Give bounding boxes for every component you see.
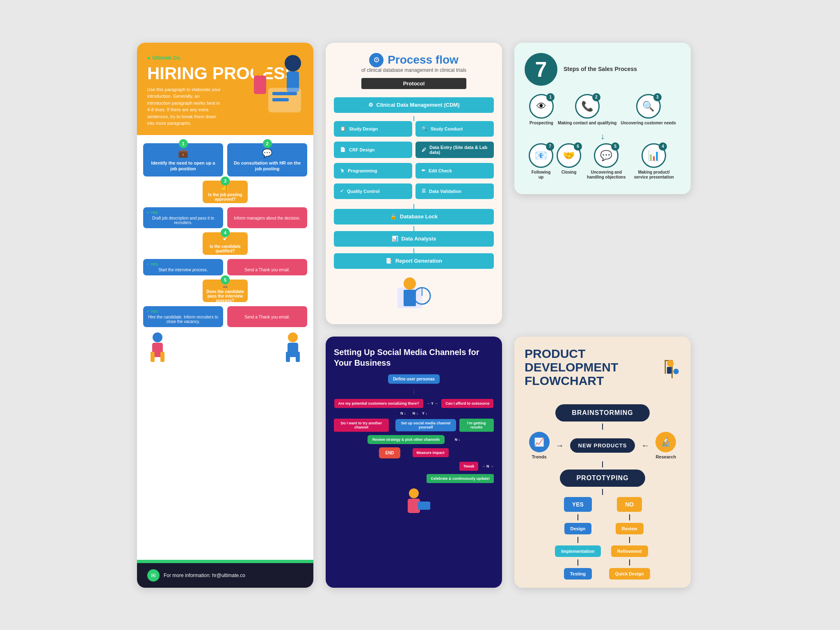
social-flow-diagram: Define user personas ↓ Are my potential … [334, 374, 494, 483]
db-lock-label: Database Lock [400, 213, 438, 220]
prod-conn-3 [602, 489, 603, 495]
s-row-3: Are my potential customers socializing t… [334, 399, 494, 408]
s-row-9: Celebrate & continuously update! [334, 474, 494, 483]
step-label-3: Uncovering customer needs [621, 121, 676, 126]
svg-rect-22 [418, 502, 430, 510]
s-tweak: Tweak [459, 462, 479, 471]
s-spacer-3 [448, 437, 451, 442]
dv-label: Data Validation [429, 189, 461, 194]
edit-label: Edit Check [429, 168, 452, 173]
s-row-4: N ↓ N ↓ Y ↓ [334, 411, 494, 415]
sales-header: 7 Steps of the Sales Process [525, 53, 680, 86]
prod-no-btn: NO [617, 497, 642, 512]
process-two-col-3: 🖱 Programming ✏ Edit Check [334, 163, 494, 181]
hiring-illustration [244, 47, 309, 121]
step-3-yes-box: ✓ YES Draft job description and pass it … [143, 207, 223, 228]
sales-title: Steps of the Sales Process [564, 65, 637, 73]
hiring-subtitle: Use this paragraph to elaborate your int… [147, 86, 221, 127]
process-icon-title: ⚙ Process flow [361, 53, 466, 67]
s-measure: Measure impact [413, 448, 449, 457]
bottom-illustrations [143, 331, 307, 364]
s-yn-y1: → Y → [427, 401, 438, 405]
product-body: BRAINSTORMING 📈 Trends → NEW PRODUCTS ← … [514, 400, 691, 588]
s-row-2: ↓ [334, 387, 494, 396]
prod-review: Review [616, 523, 644, 534]
cdm-icon: ⚙ [368, 102, 373, 108]
prod-yes-btn: YES [564, 497, 592, 512]
step-icon-3: 🔍 [642, 101, 655, 112]
process-study-conduct: 🔍 Study Conduct [415, 121, 494, 137]
s-row-7: END Measure impact [334, 447, 494, 458]
scientist-illustration [389, 275, 438, 312]
step-label-2: Making contact and qualifying [558, 121, 616, 126]
study-conduct-icon: 🔍 [422, 126, 427, 131]
prog-icon: 🖱 [340, 168, 345, 173]
s-spacer-4 [404, 451, 409, 455]
product-header-inner: PRODUCT DEVELOPMENT FLOWCHART [525, 347, 680, 396]
step-num-7: 7 [546, 142, 554, 151]
process-two-col-4: ✓ Quality Control ☰ Data Validation [334, 183, 494, 202]
s-end: END [379, 447, 400, 458]
step-3-num: 3 [221, 176, 230, 186]
process-study-design: 📋 Study Design [334, 121, 412, 137]
process-programming: 🖱 Programming [334, 163, 412, 179]
crf-label: CRF Design [349, 147, 374, 152]
step-4-no-label: ✗ NO [231, 262, 304, 266]
step-1-icon: 💼 [147, 148, 219, 158]
s-try-channel: Do I want to try another channel [334, 419, 389, 432]
hiring-step-1: 1 💼 Identify the need to open up a job p… [143, 143, 223, 177]
hiring-step-row-1: 1 💼 Identify the need to open up a job p… [143, 143, 307, 177]
s-arrow-down-1: ↓ [412, 387, 416, 396]
step-5-yn-row: ✓ YES Hire the candidate. Inform recruit… [143, 306, 307, 327]
step-5-no-text: Send a Thank you email. [231, 315, 304, 319]
prod-conn-1 [602, 424, 603, 430]
study-design-label: Study Design [349, 126, 378, 131]
step-label-7: Following up [529, 170, 553, 180]
svg-rect-9 [151, 352, 155, 362]
svg-rect-13 [286, 352, 290, 362]
step-circle-7: 📧 7 [529, 143, 553, 168]
hiring-footer-icon: ✉ [147, 569, 160, 582]
svg-point-20 [409, 488, 419, 498]
qc-label: Quality Control [347, 189, 379, 194]
prod-implementation: Implementation [555, 545, 600, 557]
process-title-wrap: ⚙ Process flow of clinical database mana… [361, 53, 466, 95]
data-entry-label: Data Entry (Site data & Lab data) [429, 145, 488, 155]
step-4-yes-label: ✓ YES [146, 262, 220, 266]
sales-card: 7 Steps of the Sales Process 👁 1 Prospec… [514, 43, 691, 194]
product-flow: BRAINSTORMING 📈 Trends → NEW PRODUCTS ← … [525, 404, 680, 580]
process-flow-card: ⚙ Process flow of clinical database mana… [326, 43, 502, 324]
product-card: PRODUCT DEVELOPMENT FLOWCHART BRAINSTORM… [514, 337, 691, 588]
sales-top-row: 👁 1 Prospecting 📞 2 Making contact and q… [525, 94, 680, 126]
hiring-body: 1 💼 Identify the need to open up a job p… [137, 135, 313, 560]
step-1-num: 1 [179, 139, 188, 148]
no-conn-2 [629, 537, 630, 543]
step-label-6: Closing [562, 170, 577, 175]
svg-point-11 [288, 332, 298, 342]
step-num-2: 2 [592, 93, 600, 101]
sales-bottom-row: 📧 7 Following up 🤝 6 Closing 💬 5 Uncover… [525, 143, 680, 180]
step-1-text: Identify the need to open up a job posit… [147, 160, 219, 172]
step-circle-3: 🔍 3 [636, 94, 661, 119]
step-4-yes-text: Start the interview process. [146, 268, 220, 272]
research-label: Research [656, 454, 676, 459]
step-icon-5: 💬 [600, 150, 612, 161]
step-4-no-text: Send a Thank you email. [231, 268, 304, 272]
svg-point-28 [673, 369, 678, 374]
da-icon: 📊 [392, 236, 398, 242]
process-protocol: Protocol [361, 78, 466, 89]
step-5-no-box: ✗ NO Send a Thank you email. [227, 306, 307, 327]
step-3-yes-text: Draft job description and pass it to rec… [146, 216, 220, 225]
sales-arrow: ↓ [525, 132, 680, 141]
s-n1: N ↓ [400, 411, 406, 415]
crf-icon: 📄 [340, 147, 346, 152]
step-circle-2: 📞 2 [575, 94, 600, 119]
step-icon-7: 📧 [535, 150, 547, 161]
s-row-5: Do I want to try another channel Set up … [334, 419, 494, 432]
sales-step-5: 💬 5 Uncovering and handling objections [584, 143, 628, 180]
s-row-8: Tweak → N → [334, 462, 494, 471]
process-subtitle: of clinical database management in clini… [361, 67, 466, 73]
connector-3 [413, 226, 414, 231]
step-5-yes-label: ✓ YES [146, 309, 220, 314]
hiring-footer-text: For more information: hr@ultimate.co [164, 573, 245, 578]
